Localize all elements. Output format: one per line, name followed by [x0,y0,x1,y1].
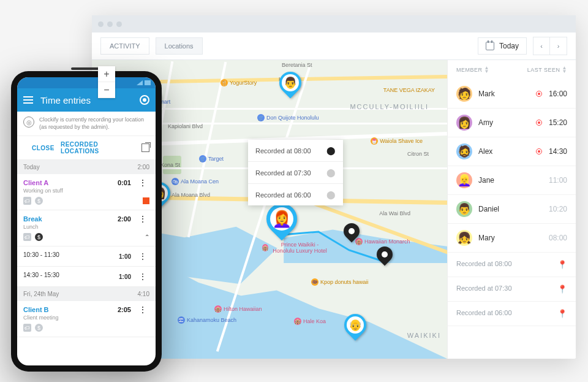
time-entry[interactable]: Client A 0:01 ⋮ Working on stuff 🏷 $ [17,174,156,210]
billable-icon[interactable]: $ [35,233,43,241]
menu-icon[interactable] [23,96,33,104]
recorded-locations-button[interactable]: RECORDED LOCATIONS [61,141,129,155]
stop-recording-button[interactable] [143,197,149,204]
popup-row[interactable]: Recorded at 07:30 ⬤ [248,162,343,184]
member-name: Amy [478,118,529,127]
entry-menu-button[interactable]: ⋮ [136,216,149,222]
poi-prince[interactable]: 🏨Prince Waikiki - Honolulu Luxury Hotel [262,242,330,254]
member-row[interactable]: 👱‍♀️ Jane 11:00 [448,166,576,195]
member-row[interactable]: 👧 Mary 08:00 [448,224,576,253]
entry-menu-button[interactable]: ⋮ [136,307,149,313]
waypoint-pin[interactable] [344,223,360,244]
time-entry-segment[interactable]: 14:30 - 15:301:00⋮ [17,267,156,287]
entry-duration: 2:00 [118,215,131,223]
col-member[interactable]: MEMBER▲▼ [456,66,489,74]
member-row[interactable]: 🧔 Alex 14:30 [448,137,576,166]
billable-icon[interactable]: $ [35,197,43,205]
member-sidebar: MEMBER▲▼ LAST SEEN▲▼ 🧑 Mark 16:00 👩 Amy … [447,60,576,359]
street-label: Ala Moana Blvd [172,192,210,198]
time-entry[interactable]: Break 2:00 ⋮ Lunch 🏷 $ ⌃ [17,210,156,246]
billable-icon[interactable]: $ [35,324,43,332]
tab-activity[interactable]: ACTIVITY [100,37,149,55]
recorded-row[interactable]: Recorded at 06:00📍 [448,302,576,326]
popup-row[interactable]: Recorded at 06:00 ⬤ [248,184,343,205]
member-name: Jane [478,176,543,185]
segment-duration: 1:00 [119,273,131,280]
tab-locations[interactable]: Locations [156,37,203,55]
sidebar-header: MEMBER▲▼ LAST SEEN▲▼ [448,60,576,80]
time-entry-segment[interactable]: 10:30 - 11:301:00⋮ [17,246,156,267]
poi-donquijote[interactable]: 🛒Don Quijote Honolulu [257,114,319,121]
avatar: 🧔 [456,143,472,159]
zoom-in-button[interactable]: + [98,66,115,82]
popup-row[interactable]: Recorded at 08:00 ⬤ [248,140,343,162]
live-indicator [535,148,543,155]
segment-menu-button[interactable]: ⋮ [136,251,149,261]
toolbar: ACTIVITY Locations Today ‹ › [92,32,576,60]
recorded-row[interactable]: Recorded at 08:00📍 [448,253,576,277]
external-link-icon[interactable] [141,143,149,152]
calendar-icon [486,42,494,50]
poi-tane[interactable]: TANE VEGA IZAKAY [383,87,435,93]
window-control[interactable] [116,21,122,27]
poi-alamoana[interactable]: 🛍Ala Moana Cen [172,178,219,185]
desktop-window: ACTIVITY Locations Today ‹ › [92,15,576,359]
day-label: Today [23,164,40,170]
avatar: 🧑 [456,86,472,102]
segment-menu-button[interactable]: ⋮ [136,272,149,281]
member-pin-selected[interactable]: 👩‍🦰 [266,204,297,242]
location-icon: 📍 [557,260,567,269]
member-row[interactable]: 👩 Amy 15:20 [448,109,576,137]
member-pin[interactable]: 👴 [344,314,366,342]
location-icon: ⬤ [326,190,336,199]
tag-icon[interactable]: 🏷 [23,197,31,205]
window-control[interactable] [98,21,104,27]
poi-waiola[interactable]: 🍧Waiola Shave Ice [371,137,423,145]
date-selector[interactable]: Today [478,37,527,55]
poi-monarch[interactable]: 🏨Hawaiian Monarch [355,238,410,245]
poi-kahanamoku[interactable]: ⛱Kahanamoku Beach [178,316,236,324]
zoom-out-button[interactable]: − [98,82,115,98]
recorded-row[interactable]: Recorded at 07:30📍 [448,277,576,302]
close-button[interactable]: CLOSE [32,145,55,151]
entry-description: Client meeting [23,315,149,321]
member-pin[interactable]: 👨 [279,72,301,100]
time-entry[interactable]: Client B 2:05 ⋮ Client meeting 🏷 $ [17,301,156,337]
entry-menu-button[interactable]: ⋮ [136,180,149,186]
poi-target[interactable]: 🛒Target [199,155,224,162]
street-label: Ala Wai Blvd [379,210,410,216]
district-label: WAIKIKI [407,332,441,339]
poi-hilton[interactable]: 🏨Hilton Hawaiian [214,305,262,313]
notice-actions: CLOSE RECORDED LOCATIONS [17,136,156,160]
prev-button[interactable]: ‹ [533,37,550,55]
last-seen-time: 08:00 [549,234,567,242]
phone-mockup: Time entries ◎ Clockify is currently rec… [11,71,162,372]
tag-icon[interactable]: 🏷 [23,324,31,332]
last-seen-time: 14:30 [549,147,567,156]
collapse-icon[interactable]: ⌃ [145,234,149,240]
window-control[interactable] [107,21,113,27]
poi-halekoa[interactable]: 🏨Hale Koa [294,318,326,325]
day-label: Fri, 24th May [23,291,59,297]
window-titlebar [92,15,576,32]
date-label: Today [499,42,519,50]
col-lastseen[interactable]: LAST SEEN▲▼ [527,66,567,74]
member-row[interactable]: 🧑 Mark 16:00 [448,80,576,109]
poi-kpop[interactable]: 🍩Kpop donuts hawaii [311,278,369,286]
gps-icon[interactable] [140,95,149,105]
battery-icon [145,80,151,85]
member-name: Alex [478,147,529,156]
location-icon: 📍 [557,285,567,294]
entry-duration: 2:05 [118,306,131,313]
tag-icon[interactable]: 🏷 [23,233,31,241]
waypoint-pin[interactable] [377,246,393,267]
next-button[interactable]: › [550,37,567,55]
member-row[interactable]: 👨 Daniel 10:20 [448,195,576,224]
street-label: Kapiolani Blvd [168,123,203,129]
segment-range: 14:30 - 15:30 [23,272,59,281]
street-label: Citron St [407,151,429,157]
date-nav: ‹ › [533,37,567,55]
poi-yogurstory[interactable]: 🍴YogurStory [221,79,257,86]
location-notice: ◎ Clockify is currently recording your l… [17,112,156,136]
street-label: Beretania St [282,62,312,68]
